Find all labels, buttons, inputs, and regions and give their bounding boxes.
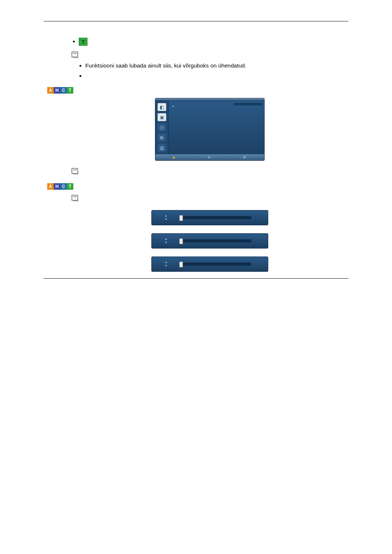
badge-h-icon: H — [54, 183, 60, 190]
note-bullet-1-suffix: saab lubada ainult siis, kui võrguboks o… — [116, 62, 246, 69]
osd-footer — [155, 154, 264, 160]
badge-t-icon: T — [67, 183, 73, 190]
badge-c-icon: C — [60, 87, 67, 94]
osd-footer-move — [172, 155, 176, 159]
osd-option-icon[interactable]: ✿ — [158, 134, 166, 141]
badge-c-icon: C — [60, 183, 67, 190]
badge-h-icon: H — [54, 87, 60, 94]
chevron-up-icon: ▲ — [165, 238, 168, 241]
osd-setup-icon[interactable]: ◷ — [158, 123, 166, 131]
badge-t-icon: T — [67, 87, 73, 94]
slider-thumb[interactable] — [179, 238, 183, 244]
chevron-down-icon: ▼ — [165, 218, 168, 221]
slider-track[interactable] — [181, 263, 251, 266]
note-icon — [71, 194, 79, 202]
contrast-slider[interactable]: ▲ ▼ — [151, 210, 268, 225]
slider-thumb[interactable] — [179, 262, 183, 267]
header-rule — [44, 21, 348, 21]
tv-t-icon: T — [79, 38, 87, 46]
chevron-up-icon: ▲ — [165, 214, 168, 217]
list-item — [85, 73, 348, 79]
list-item: T — [79, 38, 348, 46]
chevron-down-icon: ▼ — [165, 264, 168, 267]
list-item: Funktsiooni saab lubada ainult siis, kui… — [85, 62, 348, 69]
osd-mode-dropdown[interactable] — [234, 103, 262, 105]
slider-track[interactable] — [181, 239, 251, 242]
osd-footer-enter — [208, 155, 212, 159]
slider-track[interactable] — [181, 216, 251, 219]
osd-sound-icon[interactable]: ▣ — [158, 113, 166, 121]
note-icon — [71, 167, 79, 175]
brightness-slider[interactable]: ▲ ▼ — [151, 233, 268, 249]
chevron-up-icon: ▲ — [165, 261, 168, 264]
osd-sidebar: ◧ ▣ ◷ ✿ ▥ — [155, 101, 169, 154]
note-icon — [71, 51, 79, 59]
ahct-badge: A H C T — [47, 87, 73, 94]
slider-thumb[interactable] — [179, 215, 183, 221]
sharpness-slider[interactable]: ▲ ▼ — [151, 257, 268, 272]
osd-input-icon[interactable]: ▥ — [158, 144, 166, 152]
osd-title — [155, 98, 264, 101]
osd-picture-icon[interactable]: ◧ — [158, 103, 166, 111]
footer-rule — [44, 278, 348, 279]
osd-menu: ◧ ▣ ◷ ✿ ▥ — [155, 98, 265, 161]
osd-footer-return — [243, 155, 247, 159]
note-bullet-1-prefix: Funktsiooni — [85, 62, 116, 69]
ahct-badge: A H C T — [47, 183, 73, 190]
badge-a-icon: A — [47, 183, 54, 190]
badge-a-icon: A — [47, 87, 54, 94]
chevron-down-icon: ▼ — [165, 241, 168, 244]
